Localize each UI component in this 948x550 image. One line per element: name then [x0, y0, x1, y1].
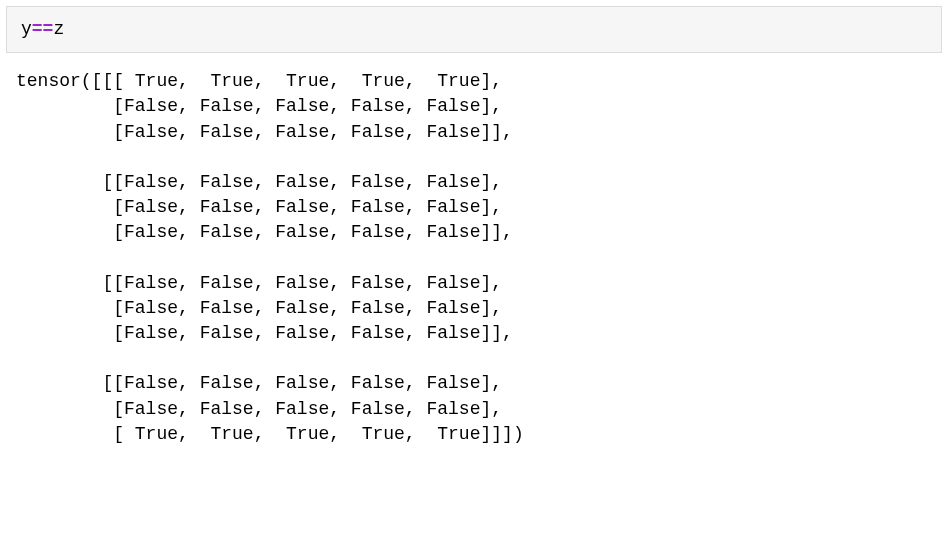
code-input-cell[interactable]: y==z	[6, 6, 942, 53]
code-token-rhs: z	[53, 19, 64, 39]
code-token-lhs: y	[21, 19, 32, 39]
code-token-operator: ==	[32, 19, 54, 39]
code-output: tensor([[[ True, True, True, True, True]…	[0, 53, 948, 447]
code-line: y==z	[21, 17, 927, 42]
